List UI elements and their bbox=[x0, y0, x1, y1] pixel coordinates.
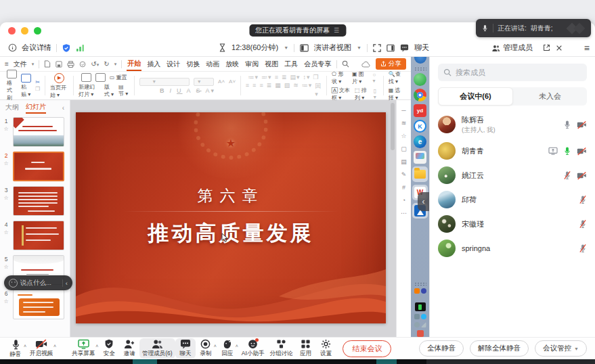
star-icon[interactable]: ☆ bbox=[3, 298, 8, 304]
screen-share-icon[interactable] bbox=[548, 147, 558, 155]
slide-thumbnail-6[interactable]: 6☆ bbox=[1, 290, 67, 319]
share-screen-button[interactable]: 共享屏幕 bbox=[69, 338, 97, 359]
section-button[interactable]: ▤ 节 ▾ bbox=[118, 84, 129, 97]
timer-dropdown-caret[interactable]: ▼ bbox=[284, 45, 288, 50]
play-from-current-button[interactable]: ▶当页开始 ▾ bbox=[50, 73, 69, 99]
camera-off-icon[interactable] bbox=[577, 171, 587, 180]
ai-assistant-button[interactable]: AI小助手 bbox=[239, 338, 267, 359]
outline-tab[interactable]: 大纲 bbox=[5, 103, 19, 112]
tab-not-joined[interactable]: 未入会 bbox=[513, 87, 587, 106]
info-icon[interactable] bbox=[8, 43, 17, 52]
edit-icon[interactable]: ✎ bbox=[401, 171, 407, 178]
member-row[interactable]: 姚江云 bbox=[438, 163, 587, 187]
new-slide-button[interactable]: 新建幻灯片 ▾ bbox=[79, 83, 100, 98]
format-painter-button[interactable]: 格式刷 bbox=[7, 70, 17, 101]
mic-muted-icon[interactable] bbox=[579, 219, 587, 229]
record-button[interactable]: 录制 bbox=[196, 338, 216, 359]
dock-mini-icon[interactable] bbox=[414, 314, 420, 319]
wps-tab-transition[interactable]: 切换 bbox=[185, 58, 200, 70]
mic-muted-icon[interactable] bbox=[579, 244, 587, 253]
wps-main-menu-icon[interactable]: ≡ bbox=[5, 60, 9, 68]
apps-button[interactable]: 应用 bbox=[295, 338, 315, 359]
dock-chrome-icon[interactable] bbox=[414, 89, 426, 101]
chat-button[interactable]: 聊天 bbox=[175, 338, 196, 359]
bold-button[interactable]: B bbox=[160, 87, 166, 94]
quick-chat-placeholder[interactable]: 说点什么... bbox=[20, 279, 51, 288]
breakout-rooms-button[interactable]: 分组讨论 bbox=[267, 338, 295, 359]
wps-tab-view[interactable]: 视图 bbox=[264, 58, 279, 70]
layers-icon[interactable]: ☰ bbox=[334, 27, 340, 34]
new-slide-icon[interactable] bbox=[81, 73, 91, 82]
star-icon[interactable]: ☆ bbox=[3, 229, 8, 235]
cut-button[interactable]: ✂❐ bbox=[35, 79, 40, 92]
mute-options-caret[interactable]: ˄ bbox=[24, 344, 26, 348]
settings-button[interactable]: 设置 bbox=[315, 338, 336, 359]
mic-icon[interactable] bbox=[563, 120, 571, 129]
close-panel-icon[interactable] bbox=[556, 45, 563, 51]
slide-thumbnail-3[interactable]: 3☆ bbox=[1, 186, 67, 216]
dock-360-browser-icon[interactable] bbox=[414, 73, 426, 86]
share-options-caret[interactable]: ˄ bbox=[95, 344, 98, 348]
grid-icon[interactable]: # bbox=[402, 184, 405, 191]
search-input[interactable] bbox=[456, 68, 581, 76]
member-row[interactable]: 宋徽瑾 bbox=[438, 212, 587, 236]
cloud-icon[interactable] bbox=[361, 61, 371, 68]
sidebar-toggle-icon[interactable] bbox=[387, 44, 395, 52]
mic-muted-icon[interactable] bbox=[579, 195, 587, 204]
start-video-button[interactable]: 开启视频 bbox=[27, 338, 56, 359]
paste-button[interactable]: 粘贴 ▾ bbox=[21, 74, 31, 98]
invite-button[interactable]: 邀请 bbox=[119, 338, 139, 359]
chat-label[interactable]: 聊天 bbox=[414, 43, 429, 53]
wps-tab-tools[interactable]: 工具 bbox=[284, 58, 299, 70]
mic-muted-icon[interactable] bbox=[563, 170, 571, 180]
star-icon[interactable]: ☆ bbox=[3, 264, 8, 270]
slides-tab[interactable]: 幻灯片 bbox=[26, 102, 46, 114]
reactions-button[interactable]: 回应 bbox=[217, 338, 238, 359]
security-shield-icon[interactable] bbox=[62, 43, 71, 53]
shapes-button[interactable]: ⬠ 形状 ▾ bbox=[332, 70, 348, 85]
menu-icon[interactable]: ≡ bbox=[584, 43, 590, 53]
trash-icon[interactable] bbox=[417, 330, 424, 337]
find-button[interactable]: 🔍查找 ▾ bbox=[389, 70, 404, 85]
history-icon[interactable]: ◔ bbox=[402, 197, 405, 204]
quick-chat-bubble[interactable]: 说点什么... ‹ bbox=[4, 275, 72, 290]
slide-thumbnail-2[interactable]: 2☆ bbox=[1, 152, 67, 181]
star-icon[interactable]: ☆ bbox=[3, 195, 8, 201]
output-icon[interactable] bbox=[79, 61, 86, 68]
end-meeting-button[interactable]: 结束会议 bbox=[343, 340, 391, 357]
meeting-details-label[interactable]: 会议详情 bbox=[22, 43, 51, 53]
network-signal-icon[interactable] bbox=[76, 44, 85, 52]
toolbar-more-caret[interactable]: ▾ bbox=[114, 62, 117, 67]
popout-panel-icon[interactable] bbox=[543, 44, 550, 51]
underline-button[interactable]: U bbox=[177, 87, 183, 94]
italic-button[interactable]: I bbox=[170, 87, 173, 94]
picture-button[interactable]: ▣ 图片 ▾ bbox=[352, 70, 369, 85]
wps-tab-animation[interactable]: 动画 bbox=[205, 58, 220, 70]
wps-tab-review[interactable]: 审阅 bbox=[244, 58, 259, 70]
char-spacing-button[interactable]: A bbox=[187, 87, 192, 94]
meeting-control-button[interactable]: 会议管控▼ bbox=[535, 340, 587, 357]
textbox-button[interactable]: 🄰 文本框 ▾ bbox=[332, 87, 351, 101]
volume-icon[interactable] bbox=[414, 322, 420, 327]
more-tools-icon[interactable]: ⋯ bbox=[401, 210, 407, 217]
wps-share-button[interactable]: 分享 bbox=[376, 58, 406, 70]
wps-search-icon[interactable] bbox=[342, 60, 349, 68]
chat-bubble-icon[interactable] bbox=[400, 44, 409, 52]
reactions-options-caret[interactable]: ˄ bbox=[236, 344, 238, 348]
save-icon[interactable] bbox=[56, 61, 62, 68]
member-row[interactable]: 胡青青 bbox=[438, 139, 587, 163]
security-button[interactable]: 安全 bbox=[99, 338, 119, 359]
new-doc-icon[interactable] bbox=[44, 60, 51, 68]
wps-tab-design[interactable]: 设计 bbox=[166, 58, 181, 70]
member-row[interactable]: springna bbox=[438, 236, 587, 260]
star-icon[interactable]: ☆ bbox=[3, 126, 8, 132]
collapse-chat-icon[interactable]: ‹ bbox=[66, 279, 68, 287]
view-mode-caret[interactable]: ▼ bbox=[357, 45, 361, 50]
shrink-font-button[interactable]: A˅ bbox=[229, 78, 236, 85]
font-color-button[interactable]: A▾ bbox=[206, 87, 216, 94]
print-icon[interactable] bbox=[67, 61, 74, 68]
zoom-window-button[interactable] bbox=[34, 27, 41, 35]
arrange-button[interactable]: ⬚ 排列 ▾ bbox=[355, 87, 370, 101]
member-row[interactable]: 邱荷 bbox=[438, 187, 587, 212]
camera-off-icon[interactable] bbox=[577, 147, 587, 156]
